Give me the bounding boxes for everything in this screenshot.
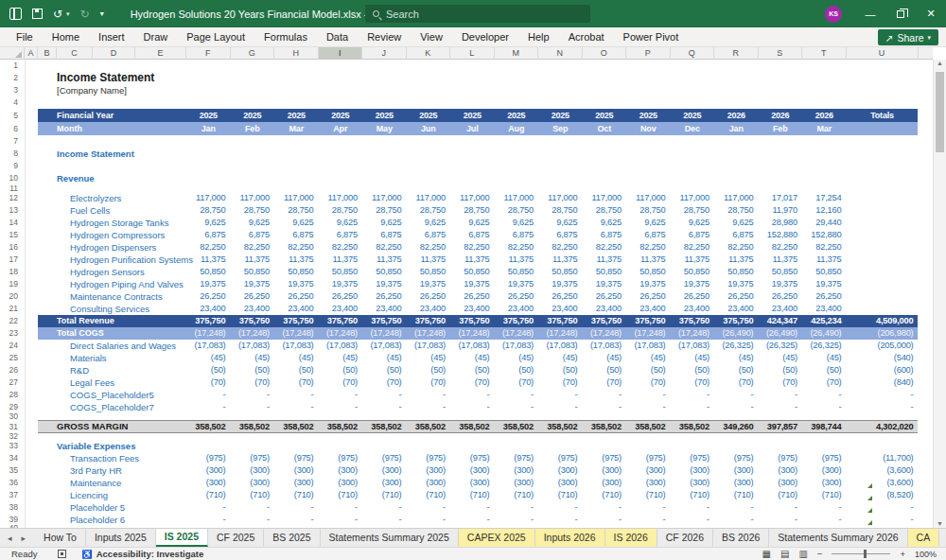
cell[interactable]: (300) [626,464,671,477]
cell[interactable]: 19,375 [538,278,583,290]
cell[interactable]: 28,750 [231,204,275,217]
cell[interactable]: (17,083) [186,340,231,352]
column-header-M[interactable]: M [495,47,539,60]
scroll-up-icon[interactable]: ▲ [934,60,946,66]
cell[interactable]: - [231,389,275,401]
cell[interactable]: 26,250 [186,290,231,303]
cell[interactable]: (50) [407,364,451,376]
cell[interactable]: - [671,389,715,401]
menu-tab-acrobat[interactable]: Acrobat [560,27,613,46]
cell[interactable]: 50,850 [714,266,759,278]
menu-tab-home[interactable]: Home [44,27,88,46]
cell[interactable]: 375,750 [626,315,671,327]
cell[interactable]: 17,254 [802,192,847,204]
cell[interactable]: 82,250 [362,241,407,254]
row-label[interactable]: Fuel Cells [70,204,110,217]
cell[interactable]: (17,248) [186,327,231,340]
cell[interactable]: - [231,501,275,514]
cell[interactable]: (45) [319,352,363,364]
cell[interactable]: Sep [538,122,583,135]
cell[interactable]: - [802,501,847,514]
cell[interactable]: (70) [186,376,231,389]
cell[interactable]: - [626,389,671,401]
row-number-17[interactable]: 17 [0,254,23,266]
sheet-tab-inputs-2025[interactable]: Inputs 2025 [86,529,156,547]
cell[interactable]: 50,850 [626,266,671,278]
row-label[interactable]: Month [57,122,82,135]
undo-icon[interactable]: ↺ [53,9,62,20]
cell[interactable]: (45) [538,352,583,364]
cell[interactable]: (975) [583,452,627,464]
cell[interactable]: (710) [450,489,495,501]
cell[interactable]: (710) [495,489,539,501]
cell[interactable]: (300) [759,464,803,477]
cell[interactable]: (50) [626,364,671,376]
menu-tab-data[interactable]: Data [318,27,357,46]
cell[interactable]: 2025 [274,109,319,122]
cell[interactable]: 9,625 [319,217,363,229]
cell[interactable]: 50,850 [538,266,583,278]
cell[interactable]: 23,400 [362,303,407,315]
undo-dropdown-icon[interactable]: ▾ [66,10,70,17]
cell[interactable]: 50,850 [319,266,363,278]
cell[interactable]: 50,850 [450,266,495,278]
cell[interactable]: 12,160 [802,204,847,217]
cell[interactable]: (300) [671,464,715,477]
cell[interactable]: (45) [231,352,275,364]
cell[interactable]: 425,234 [802,315,847,327]
cell[interactable]: 9,625 [362,217,407,229]
cell[interactable]: 26,250 [407,290,451,303]
cell[interactable]: (17,248) [538,327,583,340]
cell[interactable]: 26,250 [231,290,275,303]
cell[interactable]: - [407,401,451,413]
cell[interactable]: (300) [319,477,363,489]
cell[interactable]: - [759,501,803,514]
share-button[interactable]: ↗ Share ▾ [878,29,938,45]
cell[interactable]: (300) [362,477,407,489]
save-icon[interactable] [32,9,43,19]
cell[interactable]: (710) [759,489,803,501]
cell[interactable]: (45) [626,352,671,364]
cell[interactable]: (17,248) [362,327,407,340]
row-number-34[interactable]: 34 [0,452,23,464]
cell-total[interactable]: - [847,401,919,413]
cell[interactable]: - [583,389,627,401]
row-number-6[interactable]: 6 [0,122,23,135]
cell-total[interactable]: Totals [847,109,919,122]
cell[interactable]: 23,400 [495,303,539,315]
cell[interactable]: 82,250 [626,241,671,254]
cell[interactable]: (975) [714,452,759,464]
cell[interactable]: Nov [626,122,671,135]
cell[interactable]: 19,375 [186,278,231,290]
cell-total[interactable]: - [847,389,919,401]
cell[interactable]: - [450,401,495,413]
menu-tab-draw[interactable]: Draw [135,27,177,46]
accessibility-status[interactable]: Accessibility: Investigate [96,549,204,559]
row-number-7[interactable]: 7 [0,135,23,148]
sheet-tab-cf-2026[interactable]: CF 2026 [657,529,713,547]
row-label[interactable]: COGS_Placeholder5 [70,389,154,401]
zoom-slider-thumb[interactable] [864,550,867,558]
cell[interactable]: 9,625 [583,217,627,229]
cell[interactable]: (300) [626,477,671,489]
cell[interactable]: 358,502 [626,420,671,433]
cell[interactable]: (45) [759,352,803,364]
cell[interactable]: (17,248) [671,327,715,340]
cell[interactable]: (300) [714,464,759,477]
cell[interactable]: 375,750 [362,315,407,327]
cell[interactable]: 26,250 [583,290,627,303]
cell[interactable]: 375,750 [450,315,495,327]
cell[interactable]: 23,400 [671,303,715,315]
cell[interactable]: (45) [495,352,539,364]
cell[interactable]: 375,750 [186,315,231,327]
cell[interactable]: (70) [802,376,847,389]
cell-total[interactable]: (540) [847,352,919,364]
cell[interactable]: 117,000 [231,192,275,204]
column-header-E[interactable]: E [135,47,186,60]
cell[interactable]: - [714,514,759,526]
cell[interactable]: 6,875 [495,229,539,241]
cell[interactable]: 82,250 [450,241,495,254]
cell[interactable]: (975) [626,452,671,464]
cell[interactable]: 117,000 [538,192,583,204]
cell[interactable]: (45) [671,352,715,364]
